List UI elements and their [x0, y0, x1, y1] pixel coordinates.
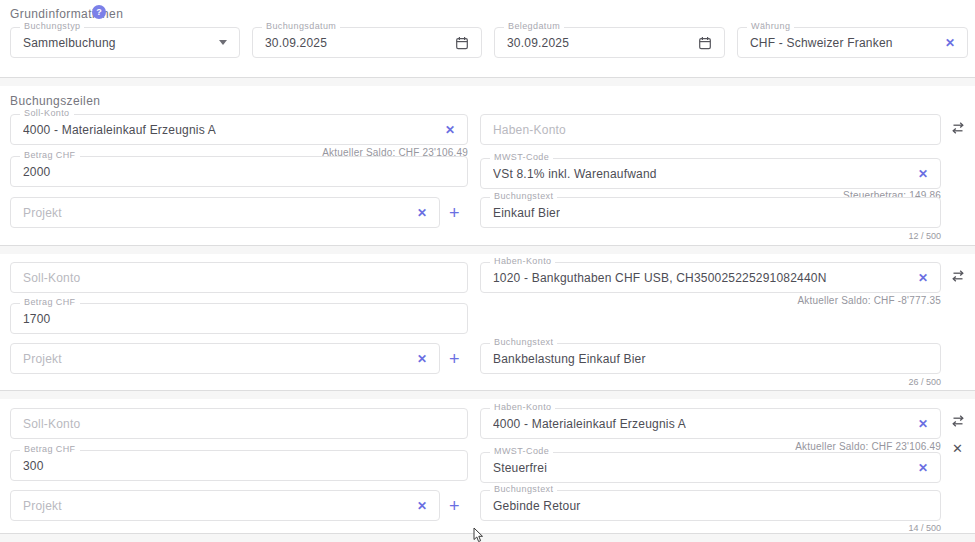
buchungstext-value: Gebinde Retour [493, 499, 581, 513]
haben-konto-field-row3[interactable]: Haben-Konto 4000 - Materialeinkauf Erzeu… [480, 408, 941, 439]
belegdatum-field[interactable]: Belegdatum 30.09.2025 [494, 27, 725, 58]
buchungstext-label: Buchungstext [490, 484, 557, 494]
betrag-label: Betrag CHF [20, 444, 80, 454]
haben-konto-value: 1020 - Bankguthaben CHF USB, CH350025225… [493, 271, 827, 285]
mwst-code-field-row3[interactable]: MWST-Code Steuerfrei ✕ [480, 452, 941, 483]
projekt-placeholder: Projekt [23, 499, 62, 513]
haben-saldo-row2: Aktueller Saldo: CHF -8'777.35 [480, 295, 941, 306]
clear-icon[interactable]: ✕ [437, 124, 455, 136]
buchungstext-label: Buchungstext [490, 191, 557, 201]
clear-icon[interactable]: ✕ [409, 353, 427, 365]
booking-form-page: Grundinformationen ? Buchungstyp Sammelb… [0, 0, 975, 542]
buchungstyp-select[interactable]: Buchungstyp Sammelbuchung [10, 27, 240, 58]
swap-accounts-icon[interactable] [950, 414, 966, 432]
haben-konto-field-row2[interactable]: Haben-Konto 1020 - Bankguthaben CHF USB,… [480, 262, 941, 293]
clear-icon[interactable]: ✕ [910, 272, 928, 284]
delete-row-icon[interactable]: ✕ [952, 442, 963, 455]
buchungsdatum-label: Buchungsdatum [262, 21, 340, 31]
belegdatum-value: 30.09.2025 [507, 36, 569, 50]
buchungstyp-value: Sammelbuchung [23, 36, 116, 50]
soll-konto-placeholder: Soll-Konto [23, 417, 80, 431]
betrag-field-row3[interactable]: Betrag CHF 300 [10, 450, 468, 481]
soll-konto-field-row2[interactable]: Soll-Konto [10, 262, 468, 293]
betrag-label: Betrag CHF [20, 297, 80, 307]
haben-konto-label: Haben-Konto [490, 402, 555, 412]
help-icon-glyph: ? [96, 7, 102, 17]
add-line-icon[interactable]: + [449, 204, 460, 222]
haben-konto-field-row1[interactable]: Haben-Konto [480, 114, 941, 145]
row-divider [0, 245, 975, 254]
soll-konto-label: Soll-Konto [20, 108, 74, 118]
buchungstext-label: Buchungstext [490, 337, 557, 347]
betrag-value: 2000 [23, 165, 51, 179]
bottom-divider [0, 533, 975, 542]
haben-konto-label: Haben-Konto [490, 256, 555, 266]
swap-accounts-icon[interactable] [950, 121, 966, 139]
clear-icon[interactable]: ✕ [910, 462, 928, 474]
buchungstyp-label: Buchungstyp [20, 21, 84, 31]
mwst-code-value: VSt 8.1% inkl. Warenaufwand [493, 167, 657, 181]
buchungstext-field-row1[interactable]: Buchungstext Einkauf Bier [480, 197, 941, 228]
mwst-code-field-row1[interactable]: MWST-Code VSt 8.1% inkl. Warenaufwand ✕ [480, 158, 941, 189]
clear-icon[interactable]: ✕ [910, 418, 928, 430]
haben-konto-placeholder: Haben-Konto [493, 123, 566, 137]
add-line-icon[interactable]: + [449, 497, 460, 515]
section-divider [0, 77, 975, 86]
calendar-icon[interactable] [698, 36, 712, 50]
char-counter-row1: 12 / 500 [480, 231, 941, 241]
char-counter-row2: 26 / 500 [480, 377, 941, 387]
buchungstext-field-row3[interactable]: Buchungstext Gebinde Retour [480, 490, 941, 521]
haben-konto-value: 4000 - Materialeinkauf Erzeugnis A [493, 417, 686, 431]
swap-accounts-icon[interactable] [950, 269, 966, 287]
betrag-value: 300 [23, 459, 44, 473]
waehrung-label: Währung [747, 21, 794, 31]
waehrung-value: CHF - Schweizer Franken [750, 36, 893, 50]
mwst-code-value: Steuerfrei [493, 461, 547, 475]
help-icon[interactable]: ? [92, 5, 106, 19]
soll-konto-value: 4000 - Materialeinkauf Erzeugnis A [23, 123, 216, 137]
char-counter-row3: 14 / 500 [480, 523, 941, 533]
buchungstext-value: Einkauf Bier [493, 206, 560, 220]
mouse-cursor [473, 527, 485, 542]
projekt-field-row1[interactable]: Projekt ✕ [10, 197, 440, 228]
projekt-placeholder: Projekt [23, 352, 62, 366]
projekt-field-row3[interactable]: Projekt ✕ [10, 490, 440, 521]
buchungsdatum-value: 30.09.2025 [265, 36, 327, 50]
grundinformationen-title: Grundinformationen [10, 7, 123, 21]
calendar-icon[interactable] [455, 36, 469, 50]
buchungstext-field-row2[interactable]: Buchungstext Bankbelastung Einkauf Bier [480, 343, 941, 374]
add-line-icon[interactable]: + [449, 350, 460, 368]
soll-konto-field-row3[interactable]: Soll-Konto [10, 408, 468, 439]
waehrung-field[interactable]: Währung CHF - Schweizer Franken ✕ [737, 27, 968, 58]
projekt-placeholder: Projekt [23, 206, 62, 220]
mwst-code-label: MWST-Code [490, 152, 553, 162]
betrag-field-row2[interactable]: Betrag CHF 1700 [10, 303, 468, 334]
betrag-field-row1[interactable]: Betrag CHF 2000 [10, 156, 468, 187]
chevron-down-icon[interactable] [219, 40, 227, 45]
soll-konto-placeholder: Soll-Konto [23, 271, 80, 285]
mwst-code-label: MWST-Code [490, 446, 553, 456]
clear-icon[interactable]: ✕ [910, 168, 928, 180]
soll-konto-field-row1[interactable]: Soll-Konto 4000 - Materialeinkauf Erzeug… [10, 114, 468, 145]
buchungsdatum-field[interactable]: Buchungsdatum 30.09.2025 [252, 27, 482, 58]
betrag-label: Betrag CHF [20, 150, 80, 160]
buchungstext-value: Bankbelastung Einkauf Bier [493, 352, 646, 366]
clear-icon[interactable]: ✕ [409, 500, 427, 512]
belegdatum-label: Belegdatum [504, 21, 564, 31]
clear-icon[interactable]: ✕ [937, 37, 955, 49]
projekt-field-row2[interactable]: Projekt ✕ [10, 343, 440, 374]
clear-icon[interactable]: ✕ [409, 207, 427, 219]
row-divider [0, 390, 975, 399]
buchungszeilen-title: Buchungszeilen [10, 94, 100, 108]
betrag-value: 1700 [23, 312, 51, 326]
